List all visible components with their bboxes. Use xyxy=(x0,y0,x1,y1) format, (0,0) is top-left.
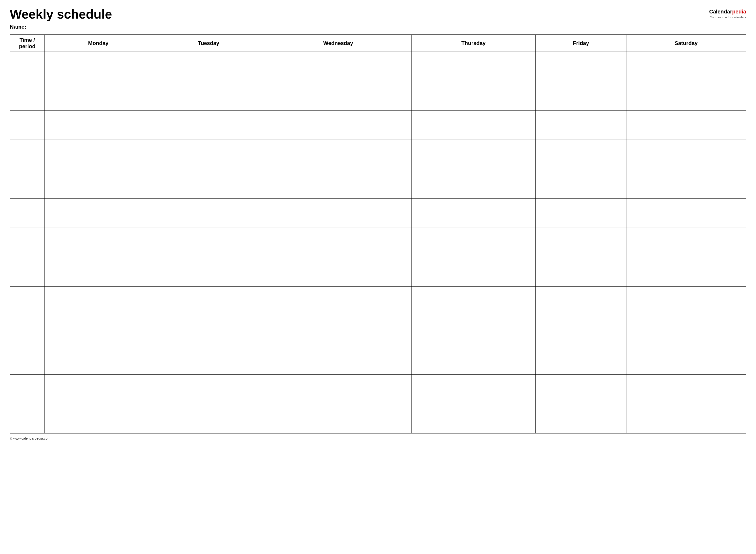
day-cell[interactable] xyxy=(627,228,746,257)
day-cell[interactable] xyxy=(44,169,152,199)
time-cell[interactable] xyxy=(10,345,44,375)
day-cell[interactable] xyxy=(627,345,746,375)
day-cell[interactable] xyxy=(44,345,152,375)
day-cell[interactable] xyxy=(412,228,535,257)
day-cell[interactable] xyxy=(535,404,627,433)
day-cell[interactable] xyxy=(535,81,627,111)
day-cell[interactable] xyxy=(627,199,746,228)
day-cell[interactable] xyxy=(627,140,746,169)
day-cell[interactable] xyxy=(265,404,412,433)
time-cell[interactable] xyxy=(10,169,44,199)
day-cell[interactable] xyxy=(44,140,152,169)
day-cell[interactable] xyxy=(44,228,152,257)
day-cell[interactable] xyxy=(412,316,535,345)
day-cell[interactable] xyxy=(152,404,265,433)
day-cell[interactable] xyxy=(152,375,265,404)
day-cell[interactable] xyxy=(265,199,412,228)
day-cell[interactable] xyxy=(412,257,535,286)
day-cell[interactable] xyxy=(152,316,265,345)
day-cell[interactable] xyxy=(152,228,265,257)
day-cell[interactable] xyxy=(44,199,152,228)
day-cell[interactable] xyxy=(44,111,152,140)
day-cell[interactable] xyxy=(412,404,535,433)
day-cell[interactable] xyxy=(44,286,152,316)
day-cell[interactable] xyxy=(152,345,265,375)
table-row xyxy=(10,169,746,199)
time-cell[interactable] xyxy=(10,257,44,286)
table-row xyxy=(10,111,746,140)
day-cell[interactable] xyxy=(535,375,627,404)
day-cell[interactable] xyxy=(535,257,627,286)
day-cell[interactable] xyxy=(412,81,535,111)
time-cell[interactable] xyxy=(10,52,44,81)
day-cell[interactable] xyxy=(412,345,535,375)
day-cell[interactable] xyxy=(44,375,152,404)
day-cell[interactable] xyxy=(44,81,152,111)
time-cell[interactable] xyxy=(10,316,44,345)
page-title: Weekly schedule xyxy=(10,7,709,21)
day-cell[interactable] xyxy=(412,286,535,316)
time-cell[interactable] xyxy=(10,140,44,169)
day-cell[interactable] xyxy=(535,111,627,140)
day-cell[interactable] xyxy=(265,81,412,111)
day-cell[interactable] xyxy=(627,169,746,199)
day-cell[interactable] xyxy=(265,169,412,199)
day-cell[interactable] xyxy=(412,140,535,169)
time-cell[interactable] xyxy=(10,228,44,257)
day-cell[interactable] xyxy=(265,257,412,286)
day-cell[interactable] xyxy=(265,52,412,81)
day-cell[interactable] xyxy=(535,286,627,316)
logo-area: Calendarpedia Your source for calendars xyxy=(709,7,746,19)
day-cell[interactable] xyxy=(44,52,152,81)
day-cell[interactable] xyxy=(535,228,627,257)
day-cell[interactable] xyxy=(627,111,746,140)
day-cell[interactable] xyxy=(265,228,412,257)
day-cell[interactable] xyxy=(535,52,627,81)
day-cell[interactable] xyxy=(44,257,152,286)
time-cell[interactable] xyxy=(10,375,44,404)
time-cell[interactable] xyxy=(10,81,44,111)
day-cell[interactable] xyxy=(412,111,535,140)
day-cell[interactable] xyxy=(535,345,627,375)
logo-subtitle: Your source for calendars xyxy=(709,15,746,19)
day-cell[interactable] xyxy=(265,286,412,316)
day-cell[interactable] xyxy=(152,52,265,81)
day-cell[interactable] xyxy=(44,316,152,345)
day-cell[interactable] xyxy=(44,404,152,433)
day-cell[interactable] xyxy=(627,52,746,81)
day-cell[interactable] xyxy=(412,169,535,199)
day-cell[interactable] xyxy=(152,169,265,199)
day-cell[interactable] xyxy=(627,404,746,433)
day-cell[interactable] xyxy=(627,316,746,345)
day-cell[interactable] xyxy=(265,375,412,404)
day-cell[interactable] xyxy=(152,286,265,316)
day-cell[interactable] xyxy=(412,199,535,228)
day-cell[interactable] xyxy=(627,286,746,316)
day-cell[interactable] xyxy=(535,140,627,169)
day-cell[interactable] xyxy=(535,169,627,199)
day-cell[interactable] xyxy=(265,140,412,169)
time-cell[interactable] xyxy=(10,404,44,433)
schedule-table: Time / period Monday Tuesday Wednesday T… xyxy=(10,35,746,434)
day-cell[interactable] xyxy=(152,257,265,286)
day-cell[interactable] xyxy=(412,375,535,404)
col-friday: Friday xyxy=(535,35,627,52)
table-row xyxy=(10,404,746,433)
day-cell[interactable] xyxy=(265,345,412,375)
day-cell[interactable] xyxy=(535,199,627,228)
day-cell[interactable] xyxy=(265,316,412,345)
day-cell[interactable] xyxy=(152,111,265,140)
day-cell[interactable] xyxy=(627,81,746,111)
day-cell[interactable] xyxy=(152,140,265,169)
day-cell[interactable] xyxy=(627,257,746,286)
col-wednesday: Wednesday xyxy=(265,35,412,52)
day-cell[interactable] xyxy=(535,316,627,345)
time-cell[interactable] xyxy=(10,286,44,316)
day-cell[interactable] xyxy=(627,375,746,404)
day-cell[interactable] xyxy=(152,81,265,111)
time-cell[interactable] xyxy=(10,111,44,140)
day-cell[interactable] xyxy=(152,199,265,228)
day-cell[interactable] xyxy=(412,52,535,81)
day-cell[interactable] xyxy=(265,111,412,140)
time-cell[interactable] xyxy=(10,199,44,228)
